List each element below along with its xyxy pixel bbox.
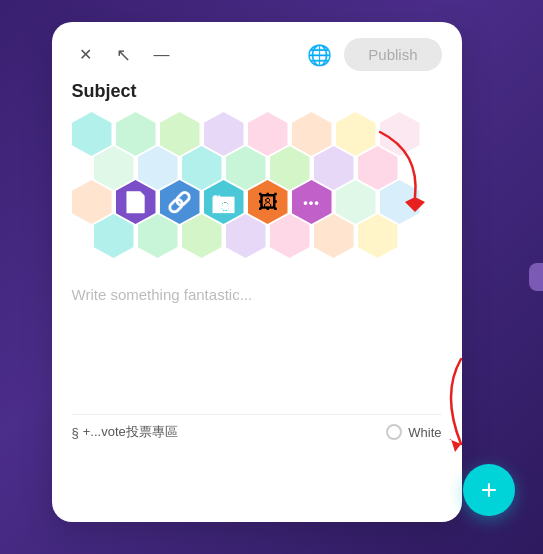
gallery-icon: 🖼 bbox=[258, 191, 278, 214]
editor-placeholder[interactable]: Write something fantastic... bbox=[72, 278, 442, 398]
header-left: ✕ ↖ — bbox=[72, 41, 176, 69]
honeycomb-area: 📄 🔗 📷 🖼 ••• bbox=[72, 112, 442, 272]
back-button[interactable]: ↖ bbox=[110, 41, 138, 69]
hex-cell bbox=[358, 214, 398, 258]
camera-icon: 📷 bbox=[211, 190, 236, 214]
hex-cell bbox=[270, 214, 310, 258]
close-button[interactable]: ✕ bbox=[72, 41, 100, 69]
white-label: White bbox=[408, 425, 441, 440]
card-footer: § +...vote投票專區 White bbox=[72, 414, 442, 441]
hex-cell bbox=[182, 214, 222, 258]
hex-cell bbox=[314, 214, 354, 258]
footer-right: White bbox=[386, 424, 441, 440]
section-icon: § bbox=[72, 425, 79, 440]
more-icon: ••• bbox=[303, 195, 320, 210]
emoji-button[interactable]: 🌐 bbox=[304, 40, 334, 70]
file-icon: 📄 bbox=[123, 190, 148, 214]
vote-label[interactable]: +...vote投票專區 bbox=[83, 423, 178, 441]
link-icon: 🔗 bbox=[167, 190, 192, 214]
publish-button[interactable]: Publish bbox=[344, 38, 441, 71]
fab-button[interactable]: + bbox=[463, 464, 515, 516]
hex-cell bbox=[94, 214, 134, 258]
side-decoration bbox=[529, 263, 543, 291]
hex-cell bbox=[138, 214, 178, 258]
header-right: 🌐 Publish bbox=[304, 38, 441, 71]
minimize-button[interactable]: — bbox=[148, 41, 176, 69]
compose-card: ✕ ↖ — 🌐 Publish Subject bbox=[52, 22, 462, 522]
hex-cell bbox=[226, 214, 266, 258]
white-radio[interactable] bbox=[386, 424, 402, 440]
footer-left: § +...vote投票專區 bbox=[72, 423, 178, 441]
card-header: ✕ ↖ — 🌐 Publish bbox=[72, 38, 442, 71]
subject-label: Subject bbox=[72, 81, 442, 102]
